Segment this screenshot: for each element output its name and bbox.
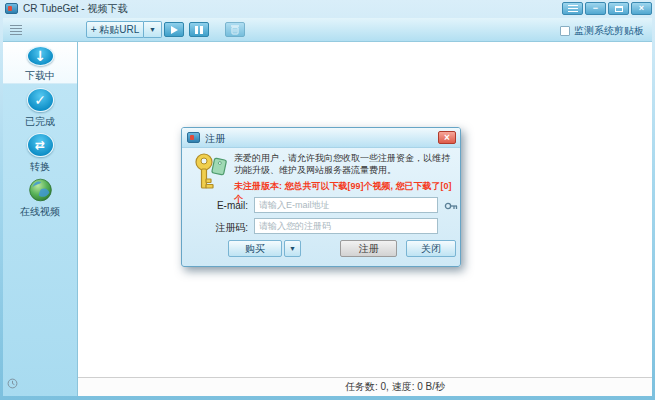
minimize-button[interactable]: − xyxy=(585,2,606,15)
clipboard-checkbox-label: 监测系统剪贴板 xyxy=(574,24,644,38)
sidebar-item-label: 下载中 xyxy=(25,69,55,83)
window-menu-button[interactable] xyxy=(562,2,583,15)
convert-icon: ⇄ xyxy=(27,133,54,157)
sidebar-item-downloading[interactable]: ↓ 下载中 xyxy=(3,42,77,84)
get-code-button[interactable] xyxy=(442,198,459,213)
titlebar: CR TubeGet - 视频下载 − × xyxy=(0,0,655,18)
sidebar-item-completed[interactable]: ✓ 已完成 xyxy=(3,84,77,129)
email-label: E-mail: xyxy=(194,200,248,211)
statusbar-text: 任务数: 0, 速度: 0 B/秒 xyxy=(345,381,445,392)
small-key-icon xyxy=(444,201,458,211)
dialog-titlebar: 注册 × xyxy=(182,128,460,148)
paste-url-dropdown-button[interactable]: ▼ xyxy=(144,21,162,38)
dialog-message: 亲爱的用户，请允许我向您收取一些注册资金，以维持功能升级、维护及网站服务器流量费… xyxy=(234,152,450,176)
dialog-close-icon-button[interactable]: × xyxy=(438,131,456,144)
dialog-body: 亲爱的用户，请允许我向您收取一些注册资金，以维持功能升级、维护及网站服务器流量费… xyxy=(182,148,460,267)
key-icon xyxy=(193,151,229,198)
download-icon: ↓ xyxy=(27,46,54,66)
regcode-label: 注册码: xyxy=(194,221,248,235)
sidebar-item-label: 在线视频 xyxy=(20,205,60,219)
checkbox-icon xyxy=(560,26,570,36)
regcode-input[interactable] xyxy=(254,218,438,234)
app-icon xyxy=(5,3,18,14)
list-icon xyxy=(10,25,22,35)
window-title: CR TubeGet - 视频下载 xyxy=(23,2,127,16)
dialog-close-action-button[interactable]: 关闭 xyxy=(406,240,456,257)
start-download-button[interactable] xyxy=(164,22,184,37)
buy-dropdown-button[interactable]: ▼ xyxy=(284,240,301,257)
statusbar: 任务数: 0, 速度: 0 B/秒 xyxy=(78,377,652,396)
pause-icon xyxy=(195,26,203,34)
sidebar: ↓ 下载中 ✓ 已完成 ⇄ 转换 xyxy=(3,42,78,396)
maximize-button[interactable] xyxy=(608,2,629,15)
close-button[interactable]: × xyxy=(631,2,652,15)
email-input[interactable] xyxy=(254,197,438,213)
sidebar-item-label: 转换 xyxy=(30,160,50,174)
buy-button[interactable]: 购买 xyxy=(228,240,282,257)
sidebar-item-convert[interactable]: ⇄ 转换 xyxy=(3,129,77,174)
check-icon: ✓ xyxy=(27,88,54,112)
dialog-app-icon xyxy=(187,132,200,143)
play-icon xyxy=(171,26,178,34)
paste-url-group: + 粘贴URL ▼ xyxy=(86,21,162,38)
sidebar-item-label: 已完成 xyxy=(25,115,55,129)
download-arrow-glyph: ↓ xyxy=(34,49,46,63)
maximize-icon xyxy=(615,6,623,12)
globe-icon xyxy=(27,178,54,202)
convert-glyph: ⇄ xyxy=(35,139,45,151)
register-dialog: 注册 × 亲爱的用户，请允 xyxy=(181,127,461,267)
regcode-row: 注册码: xyxy=(182,218,460,235)
toolbar: + 粘贴URL ▼ 监测系统剪贴板 xyxy=(3,18,652,42)
trash-icon xyxy=(230,24,240,35)
check-glyph: ✓ xyxy=(34,93,46,107)
scheduler-clock-icon[interactable] xyxy=(7,375,18,393)
dialog-title: 注册 xyxy=(205,132,225,146)
clipboard-monitor-checkbox[interactable]: 监测系统剪贴板 xyxy=(560,24,644,38)
sidebar-item-online-video[interactable]: 在线视频 xyxy=(3,174,77,219)
delete-download-button[interactable] xyxy=(225,22,245,37)
pause-download-button[interactable] xyxy=(189,22,209,37)
menu-icon xyxy=(568,5,578,12)
app-window: CR TubeGet - 视频下载 − × + 粘贴URL ▼ xyxy=(0,0,655,400)
window-controls: − × xyxy=(562,2,652,15)
email-row: E-mail: xyxy=(182,197,460,214)
paste-url-button[interactable]: + 粘贴URL xyxy=(86,21,144,38)
register-button[interactable]: 注册 xyxy=(340,240,397,257)
